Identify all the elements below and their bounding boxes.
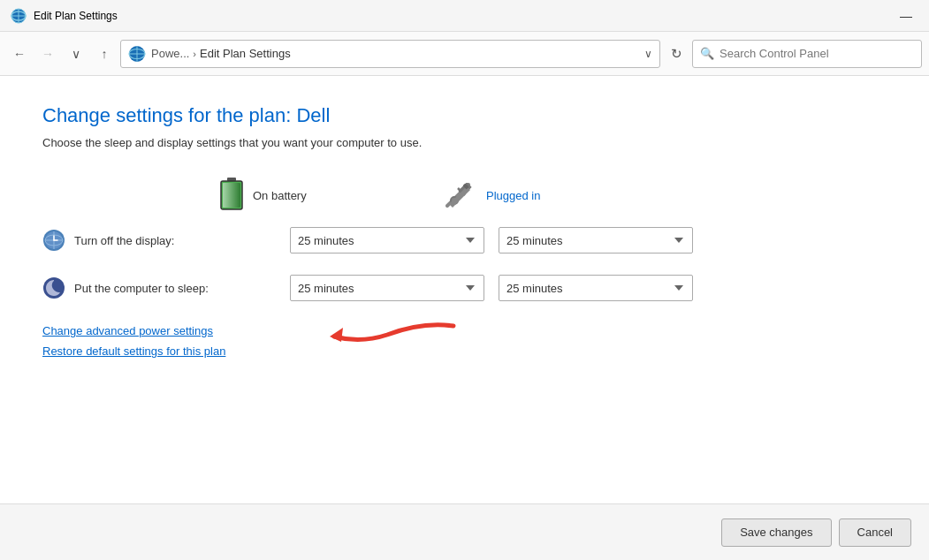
display-plugged-in-select[interactable]: 1 minute2 minutes3 minutes5 minutes10 mi…: [499, 227, 693, 254]
battery-icon: [219, 178, 244, 213]
display-icon: [42, 229, 65, 252]
window-controls: —: [894, 6, 918, 26]
address-input[interactable]: Powe... › Edit Plan Settings ∨: [120, 40, 660, 68]
refresh-button[interactable]: ↻: [664, 42, 689, 66]
address-dropdown-arrow[interactable]: ∨: [644, 48, 652, 60]
app-icon: [11, 8, 27, 24]
restore-defaults-link[interactable]: Restore default settings for this plan: [42, 344, 887, 358]
sleep-on-battery-select[interactable]: 1 minute2 minutes3 minutes5 minutes10 mi…: [290, 275, 484, 301]
up-button[interactable]: ↑: [92, 42, 117, 66]
back-button[interactable]: ←: [7, 42, 32, 66]
globe-icon: [128, 45, 146, 63]
cancel-button[interactable]: Cancel: [839, 518, 911, 547]
window-title: Edit Plan Settings: [34, 10, 894, 22]
search-input[interactable]: [720, 47, 896, 60]
breadcrumb-power[interactable]: Powe...: [151, 47, 189, 60]
display-setting-label: Turn off the display:: [42, 229, 290, 252]
on-battery-column: On battery: [219, 178, 431, 213]
sleep-icon: [42, 276, 65, 299]
main-content: Change settings for the plan: Dell Choos…: [0, 76, 929, 503]
page-heading: Change settings for the plan: Dell: [42, 104, 887, 127]
address-bar: ← → ∨ ↑ Powe... › Edit Plan Settings ∨ ↻…: [0, 32, 929, 76]
sleep-setting-label: Put the computer to sleep:: [42, 276, 290, 299]
title-bar: Edit Plan Settings —: [0, 0, 929, 32]
forward-button[interactable]: →: [35, 42, 60, 66]
links-section: Change advanced power settings Restore d…: [42, 322, 887, 358]
display-on-battery-select[interactable]: 1 minute2 minutes3 minutes5 minutes10 mi…: [290, 227, 484, 254]
breadcrumb-separator: ›: [193, 49, 196, 59]
settings-column-headers: On battery Plugged in: [219, 178, 887, 213]
recent-locations-button[interactable]: ∨: [64, 42, 88, 66]
svg-marker-26: [330, 328, 343, 342]
display-setting-row: Turn off the display: 1 minute2 minutes3…: [42, 227, 887, 254]
breadcrumb-path: Powe... › Edit Plan Settings: [151, 47, 291, 60]
plug-icon: [445, 183, 477, 208]
page-subtext: Choose the sleep and display settings th…: [42, 136, 887, 149]
svg-rect-12: [223, 183, 240, 208]
search-icon: 🔍: [700, 47, 714, 60]
footer: Save changes Cancel: [0, 503, 929, 560]
advanced-power-settings-link[interactable]: Change advanced power settings: [42, 324, 213, 337]
search-box[interactable]: 🔍: [692, 40, 922, 68]
sleep-plugged-in-select[interactable]: 1 minute2 minutes3 minutes5 minutes10 mi…: [499, 275, 693, 301]
sleep-setting-row: Put the computer to sleep: 1 minute2 min…: [42, 275, 887, 301]
minimize-button[interactable]: —: [894, 6, 918, 26]
plugged-in-column: Plugged in: [445, 183, 658, 208]
save-changes-button[interactable]: Save changes: [721, 518, 831, 547]
breadcrumb-current: Edit Plan Settings: [200, 47, 291, 60]
